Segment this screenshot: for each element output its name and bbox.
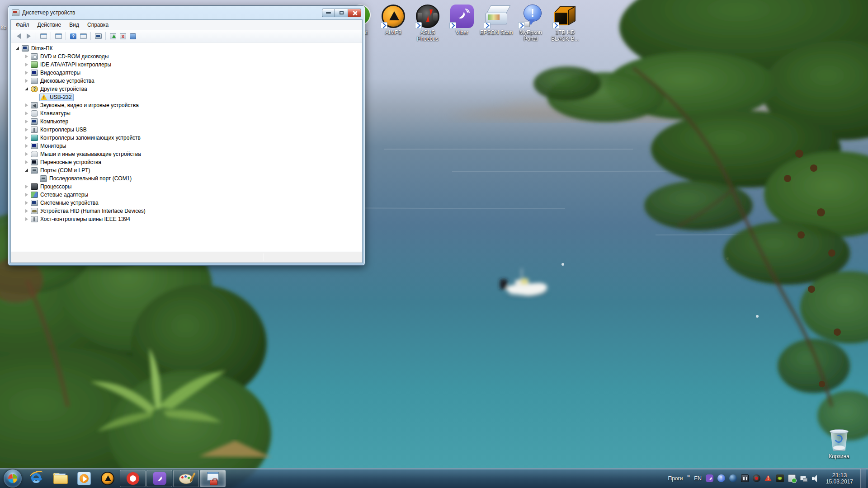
tray-viber-icon[interactable] [706, 474, 713, 482]
taskbar-aimp-button[interactable] [96, 469, 119, 488]
device-tree-item[interactable]: Клавиатуры [11, 109, 362, 117]
taskbar-paint-button[interactable] [173, 470, 199, 487]
tree-expander-icon[interactable] [33, 95, 38, 99]
tree-expander-icon[interactable] [24, 168, 29, 173]
device-tree-item[interactable]: Видеоадаптеры [11, 69, 362, 77]
tree-expander-icon[interactable] [24, 62, 29, 67]
tray-clock[interactable]: 21:13 15.03.2017 [823, 472, 856, 485]
device-tree-item[interactable]: Dima-ПК [11, 44, 362, 52]
tray-chevron[interactable]: » [687, 473, 690, 479]
device-tree-item[interactable]: Хост-контроллеры шины IEEE 1394 [11, 215, 362, 223]
scan-computer-button[interactable] [93, 32, 103, 41]
device-tree-item[interactable]: Звуковые, видео и игровые устройства [11, 101, 362, 109]
device-tree-item[interactable]: USB-232 [11, 93, 362, 101]
taskbar-viber-button[interactable] [146, 470, 172, 487]
device-type-icon [31, 110, 38, 117]
uninstall-device-button[interactable]: x [118, 32, 128, 41]
tree-expander-icon[interactable] [24, 192, 29, 197]
properties-button[interactable] [78, 32, 88, 41]
device-tree-item[interactable]: IDE ATA/ATAPI контроллеры [11, 61, 362, 69]
export-list-button[interactable] [53, 32, 63, 41]
device-tree-item[interactable]: Процессоры [11, 183, 362, 191]
show-desktop-button[interactable] [860, 469, 866, 488]
device-tree-item[interactable]: Системные устройства [11, 199, 362, 207]
close-button[interactable] [348, 9, 361, 17]
tray-usb-eject-icon[interactable] [788, 474, 796, 482]
tray-app-icon[interactable] [753, 474, 760, 482]
device-tree-item-label: Переносные устройства [40, 159, 101, 165]
minimize-button[interactable] [322, 9, 335, 17]
taskbar-device-manager-button[interactable] [200, 470, 226, 487]
desktop-icon-aimp3[interactable]: AIMP3 [376, 5, 410, 36]
taskbar-explorer-button[interactable] [49, 469, 72, 488]
menu-item[interactable]: Вид [66, 20, 82, 29]
language-indicator[interactable]: EN [694, 475, 702, 482]
desktop-icon-label: EPSON Scan [480, 29, 513, 36]
tree-expander-icon[interactable] [24, 217, 29, 221]
device-tree-item[interactable]: Сетевые адаптеры [11, 191, 362, 199]
tray-globe-icon[interactable] [729, 474, 737, 482]
tree-expander-icon[interactable] [24, 127, 29, 132]
tree-expander-icon[interactable] [24, 87, 29, 91]
desktop-icon-epson-scan[interactable]: EPSON Scan [479, 5, 514, 36]
tree-expander-icon[interactable] [24, 70, 29, 75]
tray-warning-icon[interactable] [764, 474, 772, 482]
show-console-tree-button[interactable] [38, 32, 48, 41]
device-tree-item[interactable]: Другие устройства [11, 85, 362, 93]
tree-expander-icon[interactable] [24, 209, 29, 213]
desktop-icon-asus-phoebus[interactable]: ASUS Phoebus [410, 5, 445, 42]
menu-item[interactable]: Файл [13, 20, 33, 29]
scan-hardware-changes-button[interactable] [128, 32, 138, 41]
tree-expander-icon[interactable] [24, 79, 29, 83]
device-tree-item[interactable]: Переносные устройства [11, 158, 362, 166]
tray-network-icon[interactable] [800, 474, 807, 482]
device-tree-item[interactable]: Мониторы [11, 142, 362, 150]
device-tree-item[interactable]: Контроллеры USB [11, 126, 362, 134]
tree-expander-icon[interactable] [24, 54, 29, 59]
tree-expander-icon[interactable] [15, 46, 20, 51]
maximize-button[interactable] [335, 9, 348, 17]
tree-expander-icon[interactable] [24, 184, 29, 189]
tray-nvidia-icon[interactable] [776, 474, 784, 482]
device-tree-item[interactable]: Порты (COM и LPT) [11, 166, 362, 174]
tree-expander-icon[interactable] [24, 111, 29, 116]
tree-expander-icon[interactable] [24, 136, 29, 140]
device-tree-item[interactable]: Компьютер [11, 117, 362, 126]
device-tree-item-label: USB-232 [50, 94, 72, 100]
tree-expander-icon[interactable] [33, 176, 38, 181]
taskbar-wmp-button[interactable] [72, 469, 96, 488]
update-driver-button[interactable] [108, 32, 118, 41]
menu-item[interactable]: Действие [34, 20, 65, 29]
tray-window-icon[interactable] [741, 474, 749, 482]
system-tray: Проги » EN 21:13 15.03.2017 [668, 469, 868, 488]
tree-expander-icon[interactable] [24, 103, 29, 108]
forward-button[interactable] [24, 32, 33, 41]
tree-expander-icon[interactable] [24, 201, 29, 205]
menu-bar: Файл Действие Вид Справка [11, 20, 362, 30]
device-tree-item[interactable]: Последовательный порт (COM1) [11, 174, 362, 183]
titlebar[interactable]: Диспетчер устройств [8, 6, 365, 19]
tree-expander-icon[interactable] [24, 160, 29, 164]
tray-epson-alert-icon[interactable] [717, 474, 725, 482]
desktop-icon-recycle-bin[interactable]: Корзина [822, 428, 856, 460]
taskbar-ie-button[interactable] [25, 469, 49, 488]
device-tree-item[interactable]: Устройства HID (Human Interface Devices) [11, 207, 362, 215]
desktop-icon-partial-left-label[interactable]: Ко [0, 24, 8, 31]
desktop-icon-viber[interactable]: Viber [445, 5, 479, 36]
device-tree-item[interactable]: Контроллеры запоминающих устройств [11, 134, 362, 142]
back-button[interactable] [14, 32, 24, 41]
tray-toolbar-label[interactable]: Проги [668, 475, 683, 482]
device-tree-item[interactable]: DVD и CD-ROM дисководы [11, 52, 362, 61]
tree-expander-icon[interactable] [24, 152, 29, 156]
help-button[interactable]: ? [68, 32, 78, 41]
tree-expander-icon[interactable] [24, 119, 29, 124]
menu-item[interactable]: Справка [84, 20, 112, 29]
device-tree-item[interactable]: Дисковые устройства [11, 77, 362, 85]
taskbar-opera-button[interactable] [120, 470, 146, 487]
tree-expander-icon[interactable] [24, 144, 29, 148]
desktop-icon-1tb-hd-black[interactable]: 1TB HD BLACK-B... [548, 5, 582, 42]
desktop-icon-myepson-portal[interactable]: ! MyEpson Portal [514, 5, 548, 42]
device-tree-item[interactable]: Мыши и иные указывающие устройства [11, 150, 362, 158]
tray-volume-icon[interactable] [811, 474, 819, 482]
start-button[interactable] [4, 469, 22, 488]
